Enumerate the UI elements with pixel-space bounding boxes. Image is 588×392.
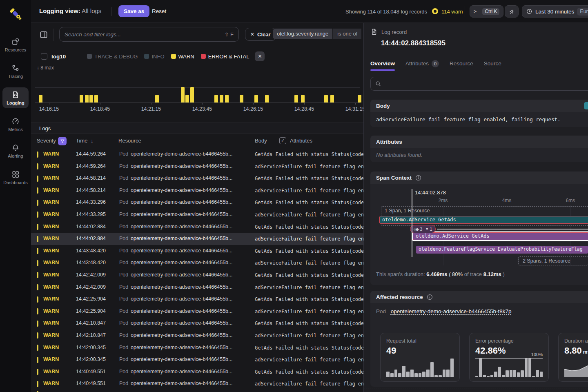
featureflag-span-bar[interactable]: oteldemo.FeatureFlagService EvaluateProb… bbox=[416, 246, 588, 254]
filter-chip-field[interactable]: otel.log.severity.range bbox=[273, 29, 332, 39]
table-row[interactable]: WARN14:42:42.009Podopentelemetry-demo-ad… bbox=[31, 269, 363, 281]
root-span-bar[interactable]: oteldemo.AdService GetAds bbox=[379, 216, 588, 224]
log-body: GetAds Failed with status Status{code bbox=[255, 248, 363, 254]
legend-item[interactable]: WARN bbox=[171, 53, 194, 60]
alerting-icon bbox=[11, 144, 20, 152]
histogram-bar[interactable] bbox=[190, 87, 194, 102]
table-row[interactable]: WARN14:42:10.847Podopentelemetry-demo-ad… bbox=[31, 317, 363, 330]
table-row[interactable]: WARN14:43:48.420Podopentelemetry-demo-ad… bbox=[31, 245, 363, 257]
tab-attributes[interactable]: Attributes0 bbox=[405, 57, 439, 70]
legend-item[interactable]: ERROR & FATAL bbox=[201, 53, 249, 60]
histogram-bar[interactable] bbox=[85, 95, 89, 102]
span-group-bottom-label: 2 Spans, 1 Resource bbox=[523, 258, 570, 264]
histogram-bar[interactable] bbox=[330, 95, 334, 102]
log-body: adServiceFailure fail feature flag en bbox=[255, 333, 363, 339]
histogram-bar[interactable] bbox=[220, 95, 223, 102]
filter-chip[interactable]: otel.log.severity.range is one of bbox=[273, 29, 361, 39]
table-row[interactable]: WARN14:42:25.904Podopentelemetry-demo-ad… bbox=[31, 305, 363, 318]
metric-card-error-percentage[interactable]: Error percentage42.86%100% bbox=[469, 333, 549, 382]
col-body[interactable]: Body bbox=[255, 138, 267, 144]
col-time[interactable]: Time bbox=[76, 138, 87, 144]
sidebar-item-dashboards[interactable]: Dashboards bbox=[2, 167, 29, 188]
table-row[interactable]: WARN14:44:33.296Podopentelemetry-demo-ad… bbox=[31, 196, 363, 209]
search-input[interactable]: Search and filter logs... ⇧ F bbox=[59, 27, 239, 42]
series-checkbox[interactable] bbox=[41, 53, 47, 60]
app-logo[interactable] bbox=[8, 7, 24, 22]
histogram-bar[interactable] bbox=[294, 95, 298, 102]
y-max-label: ↓ 8 max bbox=[37, 65, 54, 71]
span-events-badge[interactable]: ◆ ◆ 3 ▼ 1 bbox=[410, 225, 436, 233]
log-histogram[interactable] bbox=[35, 73, 360, 103]
histogram-bar[interactable] bbox=[155, 95, 159, 102]
info-icon[interactable] bbox=[415, 174, 422, 181]
attributes-checkbox[interactable]: ✓ bbox=[279, 137, 286, 144]
table-row[interactable]: WARN14:42:42.009Podopentelemetry-demo-ad… bbox=[31, 281, 363, 294]
histogram-bar[interactable] bbox=[89, 95, 93, 102]
sidebar-item-resources[interactable]: Resources bbox=[2, 34, 29, 55]
col-resource[interactable]: Resource bbox=[118, 138, 141, 144]
child-span-bar[interactable]: oteldemo.AdService GetAds bbox=[413, 232, 588, 240]
table-row[interactable] bbox=[31, 390, 363, 392]
histogram-bar[interactable] bbox=[254, 95, 258, 102]
histogram-bar[interactable] bbox=[185, 95, 189, 102]
histogram-bar[interactable] bbox=[80, 95, 83, 102]
card-unit: ms bbox=[583, 349, 588, 355]
histogram-bar[interactable] bbox=[214, 95, 218, 102]
command-palette-button[interactable]: >_ Ctrl K bbox=[470, 5, 503, 18]
sidebar-item-tracing[interactable]: Tracing bbox=[2, 61, 29, 82]
sidebar-item-metrics[interactable]: Metrics bbox=[2, 114, 29, 135]
clear-filters-button[interactable]: ✕ Clear bbox=[245, 28, 276, 41]
tab-source[interactable]: Source bbox=[484, 57, 501, 70]
table-row[interactable]: WARN14:44:59.264Podopentelemetry-demo-ad… bbox=[31, 160, 363, 173]
sidebar-item-alerting[interactable]: Alerting bbox=[2, 140, 29, 161]
reset-button[interactable]: Reset bbox=[149, 5, 169, 17]
table-row[interactable]: WARN14:42:25.904Podopentelemetry-demo-ad… bbox=[31, 293, 363, 305]
record-timestamp: 14:44:02.884318595 bbox=[381, 39, 445, 47]
histogram-bar[interactable] bbox=[358, 95, 361, 102]
table-row[interactable]: WARN14:44:58.214Podopentelemetry-demo-ad… bbox=[31, 185, 363, 197]
col-attributes[interactable]: Attributes bbox=[290, 138, 312, 144]
severity-bar bbox=[37, 260, 38, 266]
histogram-bar[interactable] bbox=[240, 95, 243, 102]
table-row[interactable]: WARN14:44:59.264Podopentelemetry-demo-ad… bbox=[31, 148, 363, 160]
table-row[interactable]: WARN14:42:00.345Podopentelemetry-demo-ad… bbox=[31, 354, 363, 366]
table-row[interactable]: WARN14:44:58.214Podopentelemetry-demo-ad… bbox=[31, 172, 363, 185]
tab-overview[interactable]: Overview bbox=[370, 57, 395, 70]
affected-resource-header: Affected resource bbox=[370, 291, 588, 303]
table-row[interactable]: WARN14:42:10.847Podopentelemetry-demo-ad… bbox=[31, 330, 363, 342]
metric-card-duration-av[interactable]: Duration av8.80ms bbox=[558, 333, 588, 382]
legend-item[interactable]: TRACE & DEBUG bbox=[87, 53, 138, 60]
time-range-button[interactable]: Last 30 minutes Europ bbox=[522, 5, 588, 18]
remove-legend-button[interactable]: ✕ bbox=[255, 51, 265, 61]
filter-chip-operator[interactable]: is one of bbox=[333, 29, 361, 39]
legend-item[interactable]: INFO bbox=[144, 53, 164, 60]
table-row[interactable]: WARN14:44:33.295Podopentelemetry-demo-ad… bbox=[31, 209, 363, 221]
histogram-bar[interactable] bbox=[324, 95, 328, 102]
detail-search-input[interactable] bbox=[370, 77, 588, 91]
histogram-bar[interactable] bbox=[39, 95, 42, 102]
table-row[interactable]: WARN14:44:02.884Podopentelemetry-demo-ad… bbox=[31, 233, 363, 245]
tab-resource[interactable]: Resource bbox=[450, 57, 473, 70]
histogram-bar[interactable] bbox=[265, 95, 269, 102]
table-row[interactable]: WARN14:40:49.551Podopentelemetry-demo-ad… bbox=[31, 366, 363, 378]
info-icon[interactable] bbox=[426, 294, 433, 301]
histogram-bar[interactable] bbox=[94, 95, 98, 102]
collapse-panel-icon[interactable] bbox=[39, 30, 48, 39]
histogram-bar[interactable] bbox=[181, 87, 185, 102]
explore-button[interactable] bbox=[505, 5, 519, 18]
severity-label: WARN bbox=[43, 199, 59, 205]
pod-link[interactable]: opentelemetry-demo-adservice-b4466455b-t… bbox=[391, 308, 512, 314]
table-row[interactable]: WARN14:43:48.420Podopentelemetry-demo-ad… bbox=[31, 257, 363, 269]
sidebar-item-logging[interactable]: Logging bbox=[2, 87, 29, 108]
table-row[interactable]: WARN14:42:00.345Podopentelemetry-demo-ad… bbox=[31, 342, 363, 354]
col-severity[interactable]: Severity bbox=[37, 138, 56, 144]
severity-filter-icon[interactable] bbox=[58, 137, 67, 145]
table-row[interactable]: WARN14:40:49.551Podopentelemetry-demo-ad… bbox=[31, 378, 363, 390]
table-row[interactable]: WARN14:44:02.884Podopentelemetry-demo-ad… bbox=[31, 221, 363, 233]
axis-tick-label: 14:28:45 bbox=[294, 106, 314, 112]
histogram-bar[interactable] bbox=[225, 95, 229, 102]
histogram-bar[interactable] bbox=[301, 95, 305, 102]
sort-desc-icon[interactable]: ↓ bbox=[91, 138, 94, 144]
save-as-button[interactable]: Save as bbox=[118, 5, 149, 17]
metric-card-request-total[interactable]: Request total49 bbox=[380, 333, 460, 382]
